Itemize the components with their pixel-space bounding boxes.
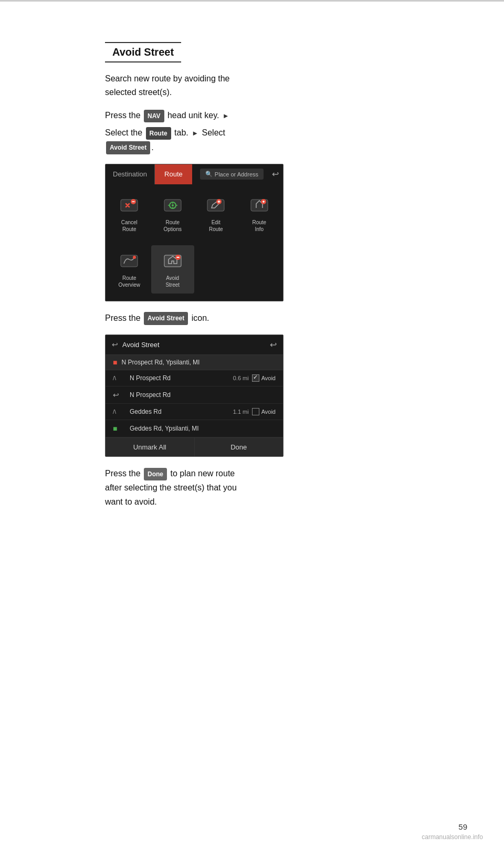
- cancel-route-icon-item: CancelRoute: [108, 190, 151, 238]
- search-box: 🔍 Place or Address: [200, 169, 264, 180]
- instr2-mid: tab.: [174, 128, 188, 137]
- page-number: 59: [458, 822, 467, 831]
- checkbox-3: [252, 408, 259, 415]
- avoid-close-btn: ↩: [270, 340, 277, 350]
- street-row-4: ■ Geddes Rd, Ypsilanti, MI: [106, 420, 283, 437]
- arrow-1: ►: [223, 110, 229, 122]
- tab-route: Route: [155, 164, 192, 184]
- route-header-text: N Prospect Rd, Ypsilanti, MI: [121, 359, 200, 366]
- avoid-label-1: Avoid: [261, 375, 276, 381]
- done-button[interactable]: Done: [195, 438, 284, 456]
- avoid-label-3: Avoid: [261, 409, 276, 415]
- avoid-screen-title: ↩ Avoid Street: [112, 340, 160, 349]
- description-line1: Search new route by avoiding the: [105, 74, 229, 83]
- nav-top-bar: Destination Route 🔍 Place or Address ↩: [106, 164, 283, 184]
- svg-point-4: [172, 204, 174, 206]
- route-options-label: RouteOptions: [164, 219, 182, 233]
- nav-screen-image: Destination Route 🔍 Place or Address ↩: [105, 164, 284, 301]
- section-title: Avoid Street: [112, 46, 174, 58]
- street-icon-2: ↩: [113, 391, 125, 399]
- edit-route-icon: [203, 195, 228, 217]
- search-placeholder: Place or Address: [215, 171, 258, 177]
- search-icon: 🔍: [205, 171, 213, 177]
- press-done-post: to plan new route: [171, 469, 235, 478]
- avoid-route-header: ■ N Prospect Rd, Ypsilanti, MI: [106, 355, 283, 370]
- press-avoid-pre: Press the: [105, 313, 141, 322]
- press-done-instruction: Press the Done to plan new route after s…: [105, 466, 399, 509]
- route-options-icon-item: RouteOptions: [151, 190, 195, 238]
- checkbox-1: [252, 374, 259, 382]
- street-name-1: N Prospect Rd: [130, 374, 233, 382]
- distance-3: 1.1 mi: [233, 409, 249, 415]
- back-button: ↩: [268, 169, 283, 179]
- description-line2: selected street(s).: [105, 88, 172, 97]
- avoid-street-icon-item: AvoidStreet: [151, 245, 195, 294]
- watermark: carmanualsonline.info: [422, 833, 483, 841]
- street-name-3: Geddes Rd: [130, 408, 233, 415]
- route-info-label: RouteInfo: [252, 219, 266, 233]
- instr1-post: head unit key.: [167, 111, 219, 120]
- instruction-2: Select the Route tab. ► Select Avoid Str…: [105, 126, 399, 154]
- route-info-icon: [247, 195, 272, 217]
- avoid-screen-image: ↩ Avoid Street ↩ ■ N Prospect Rd, Ypsila…: [105, 334, 284, 457]
- instruction-1: Press the NAV head unit key. ►: [105, 108, 399, 122]
- street-icon-3: /\: [113, 409, 125, 415]
- icons-grid-row2: RouteOverview AvoidStreet: [106, 243, 283, 301]
- street-row-3: /\ Geddes Rd 1.1 mi Avoid: [106, 404, 283, 420]
- instr1-pre: Press the: [105, 111, 141, 120]
- cancel-route-icon: [117, 195, 142, 217]
- instr2-pre: Select the: [105, 128, 142, 137]
- avoid-street-nav-icon: [160, 250, 185, 273]
- avoid-street-badge-2: Avoid Street: [144, 312, 188, 325]
- edit-route-label: EditRoute: [209, 219, 223, 233]
- done-badge: Done: [144, 468, 167, 480]
- street-name-4: Geddes Rd, Ypsilanti, MI: [130, 425, 276, 432]
- svg-point-10: [133, 256, 136, 259]
- press-avoid-post: icon.: [192, 313, 209, 322]
- empty-cell-2: [238, 245, 281, 294]
- instr2-post: Select: [202, 128, 225, 137]
- distance-1: 0.6 mi: [233, 375, 249, 381]
- svg-rect-5: [207, 200, 224, 211]
- press-done-line2: after selecting the street(s) that you: [105, 483, 237, 492]
- street-icon-4: ■: [113, 424, 125, 433]
- description: Search new route by avoiding the selecte…: [105, 72, 399, 99]
- unmark-all-button[interactable]: Unmark All: [106, 438, 195, 456]
- street-row-2: ↩ N Prospect Rd: [106, 386, 283, 404]
- press-done-line3: want to avoid.: [105, 497, 157, 506]
- avoid-street-nav-label: AvoidStreet: [165, 275, 180, 288]
- route-options-icon: [160, 195, 185, 217]
- street-icon-1: /\: [113, 375, 125, 381]
- route-badge: Route: [146, 127, 171, 140]
- avoid-back-arrow: ↩: [112, 340, 118, 349]
- avoid-top-bar: ↩ Avoid Street ↩: [106, 335, 283, 355]
- route-info-icon-item: RouteInfo: [238, 190, 281, 238]
- icons-grid-row1: CancelRoute RouteOptions: [106, 184, 283, 243]
- empty-cell-1: [194, 245, 238, 294]
- street-row-1: /\ N Prospect Rd 0.6 mi Avoid: [106, 370, 283, 386]
- avoid-street-badge-1: Avoid Street: [106, 141, 150, 154]
- press-done-pre: Press the: [105, 469, 141, 478]
- tab-destination: Destination: [106, 164, 155, 184]
- edit-route-icon-item: EditRoute: [194, 190, 238, 238]
- arrow-2: ►: [192, 128, 198, 139]
- cancel-route-label: CancelRoute: [121, 219, 138, 233]
- route-header-icon: ■: [113, 358, 117, 367]
- street-name-2: N Prospect Rd: [130, 391, 276, 399]
- route-overview-icon: [117, 250, 142, 273]
- route-overview-label: RouteOverview: [118, 275, 140, 288]
- press-avoid-instruction: Press the Avoid Street icon.: [105, 311, 399, 325]
- avoid-title-text: Avoid Street: [122, 341, 160, 349]
- route-overview-icon-item: RouteOverview: [108, 245, 151, 294]
- section-title-box: Avoid Street: [105, 42, 181, 62]
- avoid-bottom-bar: Unmark All Done: [106, 437, 283, 456]
- nav-badge: NAV: [144, 110, 164, 122]
